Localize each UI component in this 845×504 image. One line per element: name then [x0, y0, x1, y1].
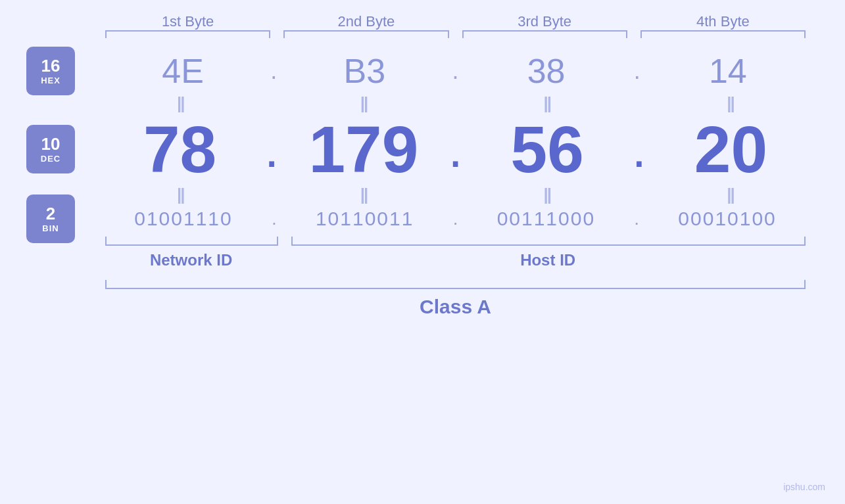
- dec-row: 10 DEC 78 . 179 . 56 . 20: [92, 116, 819, 182]
- byte-header-2: 2nd Byte: [277, 13, 455, 30]
- bracket-top-1: [105, 30, 270, 38]
- hex-byte-2: B3: [280, 51, 448, 91]
- equals-row-2: || || || ||: [92, 185, 819, 205]
- hex-badge-label: HEX: [41, 76, 60, 85]
- host-bracket: [291, 237, 806, 246]
- eq-7: ||: [466, 185, 629, 205]
- byte-header-1: 1st Byte: [99, 13, 277, 30]
- dec-badge-label: DEC: [41, 154, 60, 164]
- equals-row-1: || || || ||: [92, 93, 819, 114]
- dec-badge-num: 10: [41, 135, 60, 154]
- bin-byte-2: 10110011: [280, 208, 450, 230]
- dec-sep-2: .: [445, 123, 466, 175]
- bottom-section: Network ID Host ID: [92, 237, 819, 269]
- main-grid: 16 HEX 4E . B3 . 38 . 14 || || || ||: [92, 51, 819, 318]
- byte-header-4: 4th Byte: [634, 13, 812, 30]
- host-id-label: Host ID: [290, 251, 806, 269]
- hex-byte-1: 4E: [99, 51, 267, 91]
- bin-badge-num: 2: [46, 204, 55, 223]
- dec-sep-3: .: [629, 123, 650, 175]
- bottom-labels: Network ID Host ID: [92, 251, 819, 269]
- eq-2: ||: [282, 93, 446, 114]
- hex-badge-num: 16: [41, 57, 60, 76]
- main-container: 1st Byte 2nd Byte 3rd Byte 4th Byte 16 H…: [0, 0, 845, 504]
- hex-byte-4: 14: [644, 51, 812, 91]
- hex-values: 4E . B3 . 38 . 14: [92, 51, 819, 91]
- hex-byte-3: 38: [462, 51, 631, 91]
- class-bracket: [105, 280, 806, 289]
- dec-byte-2: 179: [282, 116, 445, 182]
- class-section: Class A: [92, 280, 819, 318]
- class-label: Class A: [92, 296, 819, 318]
- eq-5: ||: [99, 185, 262, 205]
- hex-sep-1: .: [267, 59, 280, 83]
- eq-1: ||: [99, 93, 262, 114]
- eq-6: ||: [282, 185, 446, 205]
- bin-sep-2: .: [450, 210, 462, 228]
- bin-sep-1: .: [268, 210, 280, 228]
- bin-byte-3: 00111000: [461, 208, 631, 230]
- bin-badge-label: BIN: [42, 223, 59, 233]
- eq-8: ||: [648, 185, 812, 205]
- hex-sep-3: .: [631, 59, 644, 83]
- hex-row: 16 HEX 4E . B3 . 38 . 14: [92, 51, 819, 91]
- bottom-brackets: [92, 237, 819, 246]
- top-brackets: [92, 30, 819, 38]
- bin-byte-4: 00010100: [642, 208, 812, 230]
- bin-byte-1: 01001110: [99, 208, 268, 230]
- byte-header-3: 3rd Byte: [456, 13, 634, 30]
- dec-values: 78 . 179 . 56 . 20: [92, 116, 819, 182]
- bin-row: 2 BIN 01001110 . 10110011 . 00111000 . 0…: [92, 208, 819, 230]
- byte-headers: 1st Byte 2nd Byte 3rd Byte 4th Byte: [92, 13, 819, 30]
- bin-values: 01001110 . 10110011 . 00111000 . 0001010…: [92, 208, 819, 230]
- watermark: ipshu.com: [783, 482, 825, 492]
- dec-byte-4: 20: [650, 116, 812, 182]
- eq-3: ||: [466, 93, 629, 114]
- bin-sep-3: .: [631, 210, 642, 228]
- network-id-label: Network ID: [105, 251, 277, 269]
- hex-sep-2: .: [448, 59, 462, 83]
- bin-badge: 2 BIN: [26, 195, 75, 243]
- eq-4: ||: [648, 93, 812, 114]
- bracket-top-3: [462, 30, 627, 38]
- hex-badge: 16 HEX: [26, 47, 75, 95]
- dec-badge: 10 DEC: [26, 125, 75, 173]
- bracket-top-4: [640, 30, 806, 38]
- network-bracket: [105, 237, 278, 246]
- dec-byte-3: 56: [466, 116, 629, 182]
- dec-sep-1: .: [261, 123, 282, 175]
- bracket-top-2: [283, 30, 448, 38]
- dec-byte-1: 78: [99, 116, 261, 182]
